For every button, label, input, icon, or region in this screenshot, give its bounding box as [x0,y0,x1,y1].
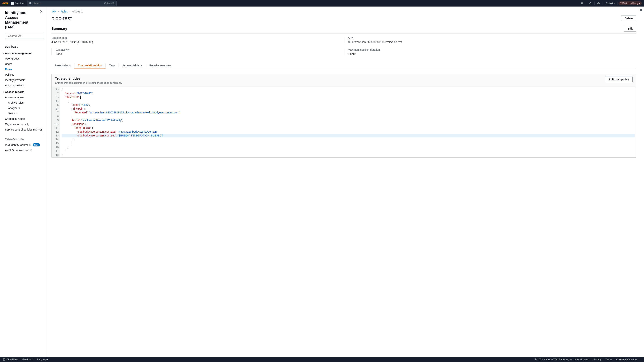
footer-copyright: © 2023, Amazon Web Services, Inc. or its… [535,358,589,361]
edit-trust-policy-button[interactable]: Edit trust policy [605,77,633,82]
breadcrumb-current: oidc-test [72,10,83,13]
svg-rect-13 [3,358,5,360]
info-panel-toggle[interactable]: i [640,9,642,12]
sidebar: ✕ Identity and Access Management (IAM) D… [0,7,46,357]
footer-language[interactable]: Language [37,358,48,361]
code-body[interactable]: { "Version": "2012-10-17", "Statement": … [60,87,636,157]
footer-terms[interactable]: Terms [606,358,612,361]
trusted-entities-subheading: Entities that can assume this role under… [55,81,122,84]
sidebar-item-identity-providers[interactable]: Identity providers [5,77,44,83]
footer-cookies[interactable]: Cookie preferences [616,358,637,361]
code-line[interactable]: { [62,99,634,103]
close-icon[interactable]: ✕ [40,9,43,14]
sidebar-item-policies[interactable]: Policies [5,72,44,77]
sidebar-group-access-reports[interactable]: ▼Access reports [2,90,44,94]
footer-cloudshell[interactable]: CloudShell [3,358,18,361]
last-activity-label: Last activity [56,48,340,51]
code-line[interactable]: "Federated": "arn:aws:iam::620032819139:… [62,111,634,114]
aws-logo[interactable]: aws [2,1,8,5]
sidebar-item-credential-report[interactable]: Credential report [5,116,44,122]
code-line[interactable]: ] [62,149,634,153]
code-line[interactable]: } [62,153,634,157]
grid-icon [11,2,14,5]
sidebar-item-account-settings[interactable]: Account settings [5,83,44,88]
trust-policy-editor[interactable]: 123456789101112131415161718 { "Version":… [52,87,636,157]
sidebar-item-settings[interactable]: Settings [8,111,44,116]
sidebar-item-scps[interactable]: Service control policies (SCPs) [5,127,44,132]
code-line[interactable]: "Effect": "Allow", [62,103,634,107]
tab-trust-relationships[interactable]: Trust relationships [74,62,105,69]
code-line[interactable]: "Statement": [ [62,95,634,99]
sidebar-item-dashboard[interactable]: Dashboard [5,44,44,49]
tab-tags[interactable]: Tags [106,62,119,69]
svg-line-1 [31,4,32,5]
sidebar-group-access-management[interactable]: ▼Access management [2,52,44,55]
sidebar-search-input[interactable] [8,34,42,38]
code-line[interactable]: } [62,137,634,141]
region-selector[interactable]: Global ▾ [606,2,615,5]
svg-point-6 [598,4,599,4]
global-search-input[interactable] [33,2,102,5]
breadcrumb: IAM › Roles › oidc-test [52,10,636,13]
sidebar-item-access-analyzer[interactable]: Access analyzer [5,95,44,100]
code-line[interactable]: } [62,141,634,145]
arn-value: arn:aws:iam::620032819139:role/oidc-test [352,41,402,44]
code-line[interactable]: "oidc.buddyusercontent.com:sub": "$BUDDY… [62,134,634,137]
code-line[interactable]: "Condition": { [62,122,634,126]
summary-panel: Creation date June 19, 2023, 10:41 (UTC+… [52,36,636,56]
code-line[interactable]: { [62,88,634,91]
code-line[interactable]: }, [62,114,634,118]
sidebar-item-identity-center[interactable]: IAM Identity Center New [5,142,40,148]
global-search[interactable]: [Option+S] [27,1,117,6]
sidebar-item-users[interactable]: Users [5,61,44,67]
code-line[interactable]: "StringEquals": { [62,126,634,130]
trusted-entities-panel: Trusted entities Entities that can assum… [52,74,636,158]
notifications-icon[interactable] [589,2,592,5]
trusted-entities-heading: Trusted entities [55,77,122,81]
code-line[interactable]: "Version": "2012-10-17", [62,91,634,95]
sidebar-item-roles[interactable]: Roles [5,67,44,72]
search-icon [7,35,7,37]
sidebar-item-organization-activity[interactable]: Organization activity [5,122,44,127]
search-icon [29,2,32,5]
code-line[interactable]: } [62,145,634,149]
svg-point-0 [29,2,31,4]
tab-permissions[interactable]: Permissions [52,62,74,69]
code-line[interactable]: "Action": "sts:AssumeRoleWithWebIdentity… [62,118,634,122]
line-gutter: 123456789101112131415161718 [52,87,60,157]
max-session-value: 1 hour [348,52,633,56]
footer-feedback[interactable]: Feedback [22,358,33,361]
copy-icon[interactable] [348,41,351,43]
sidebar-search[interactable] [5,33,44,39]
tab-revoke-sessions[interactable]: Revoke sessions [146,62,175,69]
account-menu[interactable]: RW+@+buddy-pg ▾ [618,1,642,5]
help-icon[interactable] [597,2,600,5]
search-hint: [Option+S] [104,2,114,5]
svg-rect-2 [581,2,583,4]
edit-summary-button[interactable]: Edit [624,26,636,32]
sidebar-item-analyzers[interactable]: Analyzers [8,105,44,111]
max-session-label: Maximum session duration [348,48,633,51]
page-title: oidc-test [52,15,72,22]
code-line[interactable]: "Principal": { [62,107,634,111]
sidebar-item-archive-rules[interactable]: Archive rules [8,100,44,105]
code-line[interactable]: "oidc.buddyusercontent.com:aud": "https:… [62,130,634,134]
arn-label: ARN [348,36,633,39]
svg-rect-12 [348,41,350,43]
last-activity-value: None [56,52,340,56]
creation-date-value: June 19, 2023, 10:41 (UTC+02:00) [52,41,340,44]
footer-privacy[interactable]: Privacy [594,358,602,361]
breadcrumb-iam[interactable]: IAM [52,10,56,13]
services-menu[interactable]: Services [11,2,24,5]
tab-access-advisor[interactable]: Access Advisor [119,62,146,69]
cloudshell-icon [3,358,5,361]
tabs: Permissions Trust relationships Tags Acc… [52,62,636,69]
sidebar-item-aws-organizations[interactable]: AWS Organizations [5,148,32,153]
cloudshell-icon[interactable] [581,2,584,5]
sidebar-item-user-groups[interactable]: User groups [5,56,44,61]
delete-button[interactable]: Delete [621,16,636,21]
breadcrumb-roles[interactable]: Roles [61,10,68,13]
sidebar-title: Identity and Access Management (IAM) [5,10,44,30]
summary-heading: Summary [52,27,67,31]
chevron-right-icon: › [58,10,59,13]
